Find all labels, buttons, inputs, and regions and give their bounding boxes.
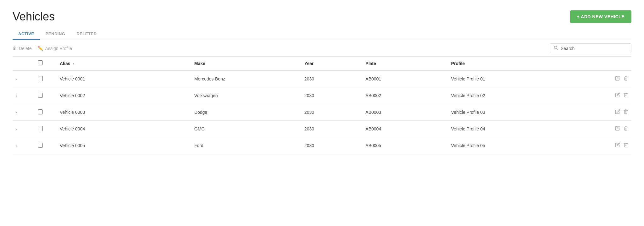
row-make-2: Dodge bbox=[191, 104, 301, 121]
row-year-2: 2030 bbox=[301, 104, 362, 121]
row-profile-3: Vehicle Profile 04 bbox=[448, 121, 583, 137]
table-header-row: Alias ↑ Make Year Plate Profile bbox=[13, 57, 631, 70]
table-row: › Vehicle 0002 Volkswagen 2030 AB0002 Ve… bbox=[13, 87, 631, 104]
row-plate-2: AB0003 bbox=[362, 104, 448, 121]
search-input[interactable] bbox=[561, 46, 627, 51]
row-check-3 bbox=[35, 121, 57, 137]
edit-icon: ✏️ bbox=[38, 46, 43, 51]
vehicles-table: Alias ↑ Make Year Plate Profile › Vehicl… bbox=[13, 57, 631, 154]
col-alias-header: Alias ↑ bbox=[57, 57, 191, 70]
row-make-4: Ford bbox=[191, 137, 301, 154]
row-check-0 bbox=[35, 70, 57, 87]
chevron-right-icon[interactable]: › bbox=[16, 77, 17, 81]
row-profile-4: Vehicle Profile 05 bbox=[448, 137, 583, 154]
assign-profile-button[interactable]: ✏️ Assign Profile bbox=[38, 46, 72, 51]
row-profile-0: Vehicle Profile 01 bbox=[448, 70, 583, 87]
col-check-header bbox=[35, 57, 57, 70]
row-actions-3 bbox=[582, 121, 631, 137]
row-plate-4: AB0005 bbox=[362, 137, 448, 154]
edit-row-icon-4[interactable] bbox=[615, 142, 620, 149]
page-header: Vehicles + ADD NEW VEHICLE bbox=[13, 10, 631, 23]
action-icons-4 bbox=[586, 142, 628, 149]
table-row: › Vehicle 0001 Mercedes-Benz 2030 AB0001… bbox=[13, 70, 631, 87]
row-alias-1: Vehicle 0002 bbox=[57, 87, 191, 104]
delete-row-icon-3[interactable] bbox=[623, 126, 628, 132]
row-checkbox-3[interactable] bbox=[38, 126, 43, 131]
delete-row-icon-1[interactable] bbox=[623, 92, 628, 99]
tab-bar: ACTIVE PENDING DELETED bbox=[13, 28, 631, 40]
delete-label: Delete bbox=[19, 46, 31, 51]
row-actions-4 bbox=[582, 137, 631, 154]
row-plate-0: AB0001 bbox=[362, 70, 448, 87]
chevron-right-icon[interactable]: › bbox=[16, 110, 17, 115]
page-title: Vehicles bbox=[13, 10, 55, 23]
row-expand-0[interactable]: › bbox=[13, 70, 35, 87]
col-expand-header bbox=[13, 57, 35, 70]
row-expand-3[interactable]: › bbox=[13, 121, 35, 137]
action-icons-0 bbox=[586, 76, 628, 82]
row-expand-1[interactable]: › bbox=[13, 87, 35, 104]
row-checkbox-1[interactable] bbox=[38, 93, 43, 98]
action-icons-3 bbox=[586, 126, 628, 132]
sort-arrow-icon[interactable]: ↑ bbox=[73, 62, 75, 66]
search-icon bbox=[554, 46, 558, 51]
table-row: › Vehicle 0004 GMC 2030 AB0004 Vehicle P… bbox=[13, 121, 631, 137]
chevron-right-icon[interactable]: › bbox=[16, 94, 17, 98]
edit-row-icon-3[interactable] bbox=[615, 126, 620, 132]
row-year-0: 2030 bbox=[301, 70, 362, 87]
search-box[interactable] bbox=[550, 43, 631, 53]
row-make-0: Mercedes-Benz bbox=[191, 70, 301, 87]
row-expand-4[interactable]: › bbox=[13, 137, 35, 154]
tab-active[interactable]: ACTIVE bbox=[13, 28, 40, 40]
toolbar: 🗑 Delete ✏️ Assign Profile bbox=[13, 40, 631, 57]
delete-row-icon-4[interactable] bbox=[623, 142, 628, 149]
add-new-vehicle-button[interactable]: + ADD NEW VEHICLE bbox=[570, 10, 632, 23]
row-actions-0 bbox=[582, 70, 631, 87]
row-make-3: GMC bbox=[191, 121, 301, 137]
chevron-right-icon[interactable]: › bbox=[16, 127, 17, 131]
toolbar-left: 🗑 Delete ✏️ Assign Profile bbox=[13, 46, 72, 51]
assign-label: Assign Profile bbox=[45, 46, 72, 51]
row-actions-1 bbox=[582, 87, 631, 104]
action-icons-1 bbox=[586, 92, 628, 99]
row-expand-2[interactable]: › bbox=[13, 104, 35, 121]
table-row: › Vehicle 0003 Dodge 2030 AB0003 Vehicle… bbox=[13, 104, 631, 121]
row-plate-1: AB0002 bbox=[362, 87, 448, 104]
svg-point-0 bbox=[554, 46, 557, 49]
delete-button[interactable]: 🗑 Delete bbox=[13, 46, 31, 51]
table-row: › Vehicle 0005 Ford 2030 AB0005 Vehicle … bbox=[13, 137, 631, 154]
row-year-4: 2030 bbox=[301, 137, 362, 154]
row-alias-0: Vehicle 0001 bbox=[57, 70, 191, 87]
edit-row-icon-1[interactable] bbox=[615, 92, 620, 99]
row-check-2 bbox=[35, 104, 57, 121]
action-icons-2 bbox=[586, 109, 628, 115]
row-checkbox-0[interactable] bbox=[38, 76, 43, 81]
row-check-1 bbox=[35, 87, 57, 104]
col-year-header: Year bbox=[301, 57, 362, 70]
alias-label: Alias bbox=[60, 61, 70, 66]
table-body: › Vehicle 0001 Mercedes-Benz 2030 AB0001… bbox=[13, 70, 631, 154]
row-alias-3: Vehicle 0004 bbox=[57, 121, 191, 137]
edit-row-icon-2[interactable] bbox=[615, 109, 620, 115]
row-checkbox-2[interactable] bbox=[38, 109, 43, 114]
delete-row-icon-2[interactable] bbox=[623, 109, 628, 115]
col-profile-header: Profile bbox=[448, 57, 583, 70]
tab-pending[interactable]: PENDING bbox=[40, 28, 71, 40]
row-checkbox-4[interactable] bbox=[38, 143, 43, 148]
row-plate-3: AB0004 bbox=[362, 121, 448, 137]
row-actions-2 bbox=[582, 104, 631, 121]
tab-deleted[interactable]: DELETED bbox=[71, 28, 102, 40]
col-plate-header: Plate bbox=[362, 57, 448, 70]
delete-row-icon-0[interactable] bbox=[623, 76, 628, 82]
select-all-checkbox[interactable] bbox=[38, 60, 43, 65]
row-check-4 bbox=[35, 137, 57, 154]
trash-icon: 🗑 bbox=[13, 46, 17, 51]
row-alias-4: Vehicle 0005 bbox=[57, 137, 191, 154]
row-year-1: 2030 bbox=[301, 87, 362, 104]
row-profile-2: Vehicle Profile 03 bbox=[448, 104, 583, 121]
edit-row-icon-0[interactable] bbox=[615, 76, 620, 82]
row-alias-2: Vehicle 0003 bbox=[57, 104, 191, 121]
col-make-header: Make bbox=[191, 57, 301, 70]
col-actions-header bbox=[582, 57, 631, 70]
chevron-right-icon[interactable]: › bbox=[16, 144, 17, 148]
